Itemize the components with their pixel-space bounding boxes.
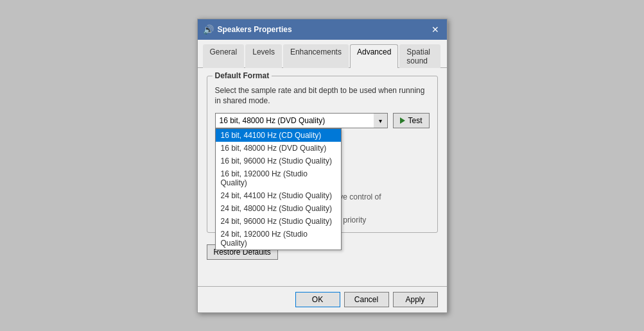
tabs-bar: General Levels Enhancements Advanced Spa… — [198, 40, 447, 68]
apply-button[interactable]: Apply — [393, 292, 438, 307]
tab-general[interactable]: General — [203, 44, 245, 68]
cancel-button[interactable]: Cancel — [344, 292, 389, 307]
dropdown-option-6[interactable]: 24 bit, 96000 Hz (Studio Quality) — [216, 215, 342, 228]
dropdown-option-3[interactable]: 16 bit, 192000 Hz (Studio Quality) — [216, 167, 342, 189]
test-button-label: Test — [408, 116, 422, 125]
dropdown-option-0[interactable]: 16 bit, 44100 Hz (CD Quality) — [216, 129, 342, 142]
bottom-button-bar: OK Cancel Apply — [198, 286, 447, 312]
format-dropdown-display[interactable]: 16 bit, 48000 Hz (DVD Quality) — [215, 113, 388, 128]
format-dropdown-list: 16 bit, 44100 Hz (CD Quality) 16 bit, 48… — [215, 128, 342, 250]
tab-enhancements[interactable]: Enhancements — [283, 44, 349, 68]
dropdown-arrow-icon[interactable]: ▾ — [374, 113, 388, 128]
speakers-properties-window: 🔊 Speakers Properties ✕ General Levels E… — [197, 19, 448, 313]
title-bar: 🔊 Speakers Properties ✕ — [198, 19, 447, 40]
play-icon — [400, 117, 405, 124]
dropdown-option-2[interactable]: 16 bit, 96000 Hz (Studio Quality) — [216, 155, 342, 167]
group-label: Default Format — [213, 71, 272, 80]
title-bar-left: 🔊 Speakers Properties — [203, 24, 292, 35]
group-description: Select the sample rate and bit depth to … — [215, 85, 430, 107]
dropdown-option-4[interactable]: 24 bit, 44100 Hz (Studio Quality) — [216, 189, 342, 202]
ok-button[interactable]: OK — [295, 292, 340, 307]
tab-spatial-sound[interactable]: Spatial sound — [399, 44, 440, 68]
tab-content: Default Format Select the sample rate an… — [198, 68, 447, 286]
default-format-group: Default Format Select the sample rate an… — [207, 76, 438, 233]
format-dropdown-row: 16 bit, 48000 Hz (DVD Quality) ▾ 16 bit,… — [215, 113, 430, 128]
window-icon: 🔊 — [203, 24, 214, 35]
window-title: Speakers Properties — [218, 25, 292, 34]
close-button[interactable]: ✕ — [429, 23, 442, 36]
dropdown-option-7[interactable]: 24 bit, 192000 Hz (Studio Quality) — [216, 228, 342, 250]
tab-advanced[interactable]: Advanced — [350, 44, 398, 68]
tab-levels[interactable]: Levels — [245, 44, 282, 68]
dropdown-option-1[interactable]: 16 bit, 48000 Hz (DVD Quality) — [216, 142, 342, 155]
test-button[interactable]: Test — [393, 113, 429, 128]
dropdown-option-5[interactable]: 24 bit, 48000 Hz (Studio Quality) — [216, 202, 342, 215]
